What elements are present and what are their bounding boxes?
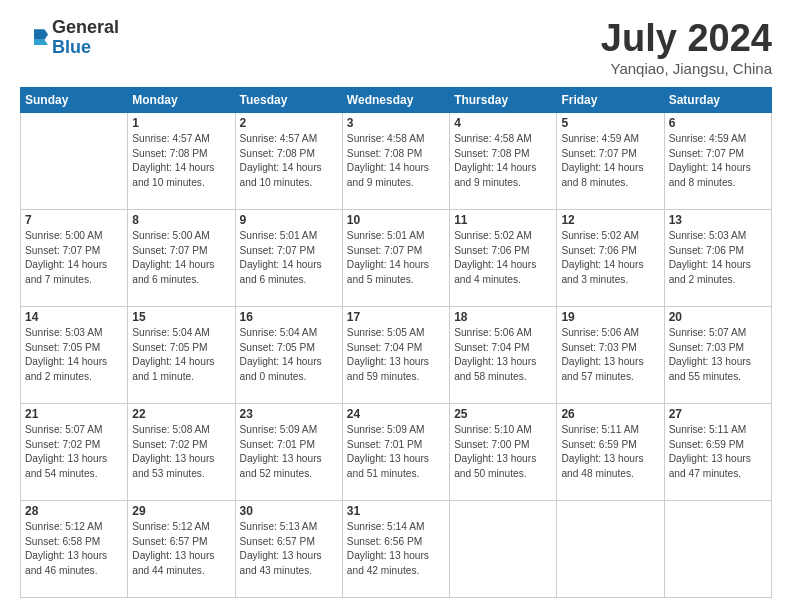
cell-info: Sunrise: 5:07 AM Sunset: 7:02 PM Dayligh… [25,423,123,482]
cell-info: Sunrise: 4:57 AM Sunset: 7:08 PM Dayligh… [132,132,230,191]
cell-date: 26 [561,407,659,421]
calendar-cell: 14Sunrise: 5:03 AM Sunset: 7:05 PM Dayli… [21,306,128,403]
cell-date: 29 [132,504,230,518]
svg-marker-0 [34,29,48,40]
cell-info: Sunrise: 5:14 AM Sunset: 6:56 PM Dayligh… [347,520,445,579]
calendar-cell: 26Sunrise: 5:11 AM Sunset: 6:59 PM Dayli… [557,403,664,500]
cell-date: 3 [347,116,445,130]
cell-info: Sunrise: 5:08 AM Sunset: 7:02 PM Dayligh… [132,423,230,482]
calendar-cell: 25Sunrise: 5:10 AM Sunset: 7:00 PM Dayli… [450,403,557,500]
cell-info: Sunrise: 5:10 AM Sunset: 7:00 PM Dayligh… [454,423,552,482]
cell-date: 11 [454,213,552,227]
calendar-cell: 23Sunrise: 5:09 AM Sunset: 7:01 PM Dayli… [235,403,342,500]
calendar-cell: 28Sunrise: 5:12 AM Sunset: 6:58 PM Dayli… [21,500,128,597]
cell-info: Sunrise: 4:58 AM Sunset: 7:08 PM Dayligh… [347,132,445,191]
col-header-sunday: Sunday [21,87,128,112]
calendar-cell: 17Sunrise: 5:05 AM Sunset: 7:04 PM Dayli… [342,306,449,403]
cell-date: 9 [240,213,338,227]
calendar-cell: 19Sunrise: 5:06 AM Sunset: 7:03 PM Dayli… [557,306,664,403]
calendar-header-row: SundayMondayTuesdayWednesdayThursdayFrid… [21,87,772,112]
calendar-cell [450,500,557,597]
cell-date: 4 [454,116,552,130]
calendar-cell: 21Sunrise: 5:07 AM Sunset: 7:02 PM Dayli… [21,403,128,500]
cell-info: Sunrise: 5:09 AM Sunset: 7:01 PM Dayligh… [347,423,445,482]
col-header-saturday: Saturday [664,87,771,112]
cell-date: 17 [347,310,445,324]
location: Yanqiao, Jiangsu, China [601,60,772,77]
calendar-cell: 27Sunrise: 5:11 AM Sunset: 6:59 PM Dayli… [664,403,771,500]
week-row-3: 14Sunrise: 5:03 AM Sunset: 7:05 PM Dayli… [21,306,772,403]
cell-info: Sunrise: 5:04 AM Sunset: 7:05 PM Dayligh… [132,326,230,385]
cell-info: Sunrise: 5:02 AM Sunset: 7:06 PM Dayligh… [454,229,552,288]
calendar-cell: 30Sunrise: 5:13 AM Sunset: 6:57 PM Dayli… [235,500,342,597]
calendar-cell: 4Sunrise: 4:58 AM Sunset: 7:08 PM Daylig… [450,112,557,209]
cell-date: 31 [347,504,445,518]
cell-info: Sunrise: 5:02 AM Sunset: 7:06 PM Dayligh… [561,229,659,288]
calendar-cell: 6Sunrise: 4:59 AM Sunset: 7:07 PM Daylig… [664,112,771,209]
col-header-monday: Monday [128,87,235,112]
cell-info: Sunrise: 5:01 AM Sunset: 7:07 PM Dayligh… [240,229,338,288]
cell-info: Sunrise: 4:57 AM Sunset: 7:08 PM Dayligh… [240,132,338,191]
cell-date: 5 [561,116,659,130]
logo-general-text: General [52,18,119,38]
cell-date: 14 [25,310,123,324]
calendar-cell [557,500,664,597]
week-row-4: 21Sunrise: 5:07 AM Sunset: 7:02 PM Dayli… [21,403,772,500]
cell-date: 27 [669,407,767,421]
cell-date: 15 [132,310,230,324]
cell-date: 7 [25,213,123,227]
cell-date: 8 [132,213,230,227]
cell-date: 28 [25,504,123,518]
cell-date: 30 [240,504,338,518]
week-row-5: 28Sunrise: 5:12 AM Sunset: 6:58 PM Dayli… [21,500,772,597]
calendar-cell: 20Sunrise: 5:07 AM Sunset: 7:03 PM Dayli… [664,306,771,403]
col-header-friday: Friday [557,87,664,112]
calendar-cell: 15Sunrise: 5:04 AM Sunset: 7:05 PM Dayli… [128,306,235,403]
cell-info: Sunrise: 5:06 AM Sunset: 7:04 PM Dayligh… [454,326,552,385]
cell-date: 2 [240,116,338,130]
cell-info: Sunrise: 5:09 AM Sunset: 7:01 PM Dayligh… [240,423,338,482]
cell-date: 16 [240,310,338,324]
cell-info: Sunrise: 5:00 AM Sunset: 7:07 PM Dayligh… [25,229,123,288]
cell-date: 21 [25,407,123,421]
cell-info: Sunrise: 5:03 AM Sunset: 7:06 PM Dayligh… [669,229,767,288]
cell-info: Sunrise: 5:13 AM Sunset: 6:57 PM Dayligh… [240,520,338,579]
week-row-2: 7Sunrise: 5:00 AM Sunset: 7:07 PM Daylig… [21,209,772,306]
calendar-cell: 10Sunrise: 5:01 AM Sunset: 7:07 PM Dayli… [342,209,449,306]
calendar-cell: 13Sunrise: 5:03 AM Sunset: 7:06 PM Dayli… [664,209,771,306]
header: General Blue July 2024 Yanqiao, Jiangsu,… [20,18,772,77]
calendar-cell [664,500,771,597]
calendar-cell: 22Sunrise: 5:08 AM Sunset: 7:02 PM Dayli… [128,403,235,500]
cell-info: Sunrise: 5:05 AM Sunset: 7:04 PM Dayligh… [347,326,445,385]
cell-date: 13 [669,213,767,227]
week-row-1: 1Sunrise: 4:57 AM Sunset: 7:08 PM Daylig… [21,112,772,209]
calendar-cell: 7Sunrise: 5:00 AM Sunset: 7:07 PM Daylig… [21,209,128,306]
cell-date: 20 [669,310,767,324]
calendar-cell: 31Sunrise: 5:14 AM Sunset: 6:56 PM Dayli… [342,500,449,597]
calendar-cell: 29Sunrise: 5:12 AM Sunset: 6:57 PM Dayli… [128,500,235,597]
col-header-thursday: Thursday [450,87,557,112]
month-title: July 2024 [601,18,772,60]
cell-date: 22 [132,407,230,421]
calendar-cell [21,112,128,209]
calendar-cell: 9Sunrise: 5:01 AM Sunset: 7:07 PM Daylig… [235,209,342,306]
cell-date: 6 [669,116,767,130]
cell-info: Sunrise: 5:04 AM Sunset: 7:05 PM Dayligh… [240,326,338,385]
logo: General Blue [20,18,119,58]
cell-date: 18 [454,310,552,324]
calendar-cell: 24Sunrise: 5:09 AM Sunset: 7:01 PM Dayli… [342,403,449,500]
cell-info: Sunrise: 5:12 AM Sunset: 6:58 PM Dayligh… [25,520,123,579]
calendar-cell: 8Sunrise: 5:00 AM Sunset: 7:07 PM Daylig… [128,209,235,306]
cell-date: 12 [561,213,659,227]
cell-info: Sunrise: 5:00 AM Sunset: 7:07 PM Dayligh… [132,229,230,288]
cell-info: Sunrise: 4:58 AM Sunset: 7:08 PM Dayligh… [454,132,552,191]
cell-date: 1 [132,116,230,130]
calendar-cell: 2Sunrise: 4:57 AM Sunset: 7:08 PM Daylig… [235,112,342,209]
calendar-cell: 12Sunrise: 5:02 AM Sunset: 7:06 PM Dayli… [557,209,664,306]
cell-info: Sunrise: 5:11 AM Sunset: 6:59 PM Dayligh… [561,423,659,482]
logo-icon [20,24,48,52]
calendar-cell: 18Sunrise: 5:06 AM Sunset: 7:04 PM Dayli… [450,306,557,403]
cell-info: Sunrise: 4:59 AM Sunset: 7:07 PM Dayligh… [669,132,767,191]
cell-info: Sunrise: 5:06 AM Sunset: 7:03 PM Dayligh… [561,326,659,385]
cell-info: Sunrise: 5:11 AM Sunset: 6:59 PM Dayligh… [669,423,767,482]
